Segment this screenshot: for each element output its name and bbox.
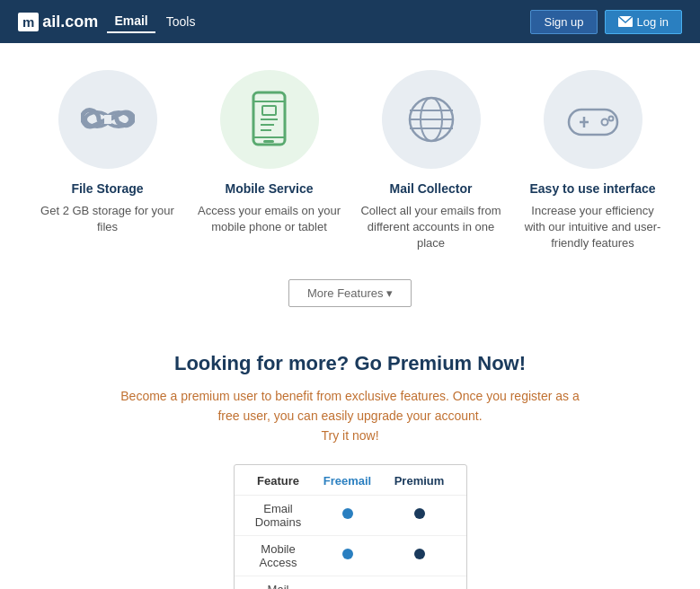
login-button[interactable]: Log in (605, 10, 682, 34)
infinity-icon (81, 101, 135, 137)
freemail-dot-1 (312, 549, 384, 562)
svg-rect-3 (104, 115, 111, 124)
header-left: m ail.com Email Tools (18, 10, 202, 33)
svg-point-21 (601, 119, 607, 126)
th-premium: Premium (384, 474, 456, 488)
more-features-button[interactable]: More Features ▾ (288, 279, 412, 307)
th-freemail: Freemail (312, 474, 384, 488)
gamepad-icon (562, 97, 625, 142)
svg-rect-18 (569, 110, 617, 135)
premium-desc: Become a premium user to benefit from ex… (36, 386, 664, 446)
freemail-dot-0 (312, 508, 384, 522)
th-feature: Feature (245, 474, 312, 488)
feature-circle-collector (382, 70, 481, 169)
logo-text: ail.com (42, 13, 98, 31)
premium-title: Looking for more? Go Premium Now! (36, 352, 664, 375)
feature-circle-interface (544, 70, 642, 169)
feature-circle-storage (58, 70, 157, 169)
premium-desc-line3: Try it now! (321, 428, 378, 443)
feature-circle-mobile (220, 70, 319, 169)
feature-file-storage: File Storage Get 2 GB storage for your f… (36, 70, 180, 252)
feature-desc-interface: Increase your efficiency with our intuit… (521, 203, 665, 252)
comparison-table: Feature Freemail Premium Email DomainsMo… (234, 464, 467, 589)
globe-icon (404, 92, 458, 146)
feature-mail-collector: Mail Collector Collect all your emails f… (359, 70, 503, 252)
row-feature-1: Mobile Access (245, 542, 312, 569)
svg-rect-9 (262, 106, 276, 115)
logo[interactable]: m ail.com (18, 13, 98, 31)
table-header: Feature Freemail Premium (235, 465, 466, 496)
svg-point-22 (608, 117, 613, 121)
more-features-section: More Features ▾ (0, 270, 700, 334)
svg-rect-8 (263, 140, 274, 143)
feature-title-interface: Easy to use interface (529, 181, 655, 196)
table-row: Mobile Access (235, 536, 466, 576)
table-body: Email DomainsMobile AccessMail Collector… (235, 496, 466, 589)
row-feature-0: Email Domains (245, 502, 312, 529)
feature-desc-mobile: Access your emails on your mobile phone … (198, 203, 341, 235)
mail-icon (618, 16, 633, 27)
main-nav: Email Tools (107, 10, 202, 33)
phone-icon (249, 91, 289, 149)
premium-desc-line1: Become a premium user to benefit from ex… (120, 389, 579, 403)
header-right: Sign up Log in (530, 10, 682, 34)
feature-interface: Easy to use interface Increase your effi… (521, 70, 665, 252)
feature-title-storage: File Storage (71, 181, 143, 196)
logo-box: m (18, 13, 39, 31)
feature-mobile: Mobile Service Access your emails on you… (198, 70, 341, 252)
premium-desc-line2: free user, you can easily upgrade your a… (217, 409, 482, 423)
table-row: Email Domains (235, 496, 466, 536)
row-feature-2: Mail Collector (245, 583, 312, 589)
premium-dot-0 (384, 508, 456, 522)
table-row: Mail Collector (235, 576, 466, 589)
nav-email[interactable]: Email (107, 10, 155, 33)
feature-title-collector: Mail Collector (390, 181, 473, 196)
comparison-table-wrap: Feature Freemail Premium Email DomainsMo… (36, 464, 664, 589)
signup-button[interactable]: Sign up (530, 10, 597, 34)
header: m ail.com Email Tools Sign up Log in (0, 0, 700, 43)
feature-title-mobile: Mobile Service (225, 181, 313, 196)
features-section: File Storage Get 2 GB storage for your f… (0, 43, 700, 270)
login-label: Log in (637, 15, 669, 29)
nav-tools[interactable]: Tools (159, 11, 203, 32)
premium-dot-1 (384, 549, 456, 562)
feature-desc-storage: Get 2 GB storage for your files (36, 203, 180, 235)
premium-section: Looking for more? Go Premium Now! Become… (0, 334, 700, 589)
feature-desc-collector: Collect all your emails from different a… (359, 203, 503, 252)
